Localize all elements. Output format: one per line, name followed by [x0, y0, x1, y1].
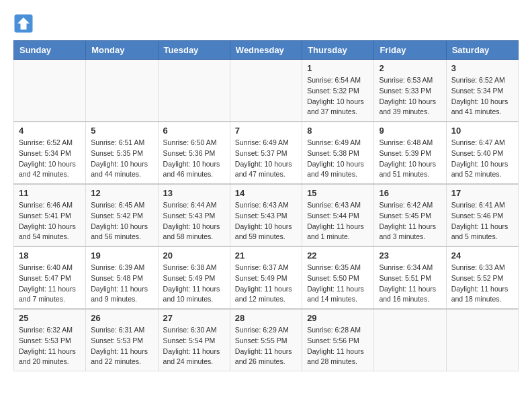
- day-detail: Sunrise: 6:32 AMSunset: 5:53 PMDaylight:…: [19, 325, 81, 367]
- day-number: 2: [379, 63, 441, 73]
- calendar-cell: 7 Sunrise: 6:49 AMSunset: 5:37 PMDayligh…: [230, 122, 302, 184]
- header-day: Saturday: [446, 41, 518, 60]
- header-day: Wednesday: [230, 41, 302, 60]
- day-number: 22: [307, 250, 369, 261]
- calendar-cell: 25 Sunrise: 6:32 AMSunset: 5:53 PMDaylig…: [14, 309, 86, 371]
- calendar-cell: [446, 309, 518, 371]
- day-detail: Sunrise: 6:39 AMSunset: 5:48 PMDaylight:…: [91, 263, 152, 305]
- calendar-cell: [14, 60, 86, 122]
- day-detail: Sunrise: 6:37 AMSunset: 5:49 PMDaylight:…: [235, 263, 297, 305]
- day-number: 21: [235, 250, 297, 261]
- day-detail: Sunrise: 6:35 AMSunset: 5:50 PMDaylight:…: [307, 263, 369, 305]
- day-number: 4: [19, 126, 81, 136]
- day-detail: Sunrise: 6:34 AMSunset: 5:51 PMDaylight:…: [379, 263, 441, 305]
- day-detail: Sunrise: 6:49 AMSunset: 5:37 PMDaylight:…: [235, 138, 297, 180]
- day-detail: Sunrise: 6:45 AMSunset: 5:42 PMDaylight:…: [91, 200, 152, 242]
- calendar-cell: 2 Sunrise: 6:53 AMSunset: 5:33 PMDayligh…: [374, 60, 446, 122]
- calendar-cell: 17 Sunrise: 6:41 AMSunset: 5:46 PMDaylig…: [446, 184, 518, 246]
- calendar-week-row: 25 Sunrise: 6:32 AMSunset: 5:53 PMDaylig…: [14, 309, 519, 371]
- day-number: 29: [307, 313, 369, 323]
- day-number: 27: [163, 313, 225, 323]
- calendar-cell: 6 Sunrise: 6:50 AMSunset: 5:36 PMDayligh…: [158, 122, 230, 184]
- logo: [13, 13, 36, 34]
- header-day: Friday: [374, 41, 446, 60]
- day-number: 11: [19, 188, 81, 198]
- calendar-table: SundayMondayTuesdayWednesdayThursdayFrid…: [13, 40, 519, 371]
- calendar-cell: 13 Sunrise: 6:44 AMSunset: 5:43 PMDaylig…: [158, 184, 230, 246]
- day-number: 24: [451, 250, 513, 261]
- calendar-week-row: 18 Sunrise: 6:40 AMSunset: 5:47 PMDaylig…: [14, 246, 519, 309]
- calendar-cell: 23 Sunrise: 6:34 AMSunset: 5:51 PMDaylig…: [374, 246, 446, 309]
- day-detail: Sunrise: 6:49 AMSunset: 5:38 PMDaylight:…: [307, 138, 369, 180]
- day-detail: Sunrise: 6:43 AMSunset: 5:44 PMDaylight:…: [307, 200, 369, 242]
- day-number: 26: [91, 313, 152, 323]
- day-number: 23: [379, 250, 441, 261]
- day-detail: Sunrise: 6:38 AMSunset: 5:49 PMDaylight:…: [163, 263, 225, 305]
- calendar-cell: [230, 60, 302, 122]
- day-number: 15: [307, 188, 369, 198]
- day-detail: Sunrise: 6:53 AMSunset: 5:33 PMDaylight:…: [379, 75, 441, 118]
- day-number: 13: [163, 188, 225, 198]
- calendar-cell: 3 Sunrise: 6:52 AMSunset: 5:34 PMDayligh…: [446, 60, 518, 122]
- calendar-week-row: 1 Sunrise: 6:54 AMSunset: 5:32 PMDayligh…: [14, 60, 519, 122]
- day-detail: Sunrise: 6:47 AMSunset: 5:40 PMDaylight:…: [451, 138, 513, 180]
- calendar-cell: 16 Sunrise: 6:42 AMSunset: 5:45 PMDaylig…: [374, 184, 446, 246]
- calendar-cell: 26 Sunrise: 6:31 AMSunset: 5:53 PMDaylig…: [86, 309, 158, 371]
- day-number: 20: [163, 250, 225, 261]
- day-detail: Sunrise: 6:30 AMSunset: 5:54 PMDaylight:…: [163, 325, 225, 367]
- calendar-header: SundayMondayTuesdayWednesdayThursdayFrid…: [14, 41, 519, 60]
- day-number: 18: [19, 250, 81, 261]
- day-number: 6: [163, 126, 225, 136]
- calendar-cell: 11 Sunrise: 6:46 AMSunset: 5:41 PMDaylig…: [14, 184, 86, 246]
- day-number: 8: [307, 126, 369, 136]
- day-detail: Sunrise: 6:51 AMSunset: 5:35 PMDaylight:…: [91, 138, 152, 180]
- day-detail: Sunrise: 6:31 AMSunset: 5:53 PMDaylight:…: [91, 325, 152, 367]
- calendar-body: 1 Sunrise: 6:54 AMSunset: 5:32 PMDayligh…: [14, 60, 519, 371]
- day-number: 28: [235, 313, 297, 323]
- day-number: 5: [91, 126, 152, 136]
- day-detail: Sunrise: 6:40 AMSunset: 5:47 PMDaylight:…: [19, 263, 81, 305]
- day-detail: Sunrise: 6:54 AMSunset: 5:32 PMDaylight:…: [307, 75, 369, 118]
- calendar-cell: 8 Sunrise: 6:49 AMSunset: 5:38 PMDayligh…: [302, 122, 374, 184]
- day-number: 25: [19, 313, 81, 323]
- day-number: 9: [379, 126, 441, 136]
- calendar-cell: 14 Sunrise: 6:43 AMSunset: 5:43 PMDaylig…: [230, 184, 302, 246]
- day-detail: Sunrise: 6:50 AMSunset: 5:36 PMDaylight:…: [163, 138, 225, 180]
- day-number: 3: [451, 63, 513, 73]
- day-detail: Sunrise: 6:43 AMSunset: 5:43 PMDaylight:…: [235, 200, 297, 242]
- calendar-cell: [374, 309, 446, 371]
- day-detail: Sunrise: 6:52 AMSunset: 5:34 PMDaylight:…: [19, 138, 81, 180]
- calendar-cell: 24 Sunrise: 6:33 AMSunset: 5:52 PMDaylig…: [446, 246, 518, 309]
- day-detail: Sunrise: 6:29 AMSunset: 5:55 PMDaylight:…: [235, 325, 297, 367]
- day-number: 10: [451, 126, 513, 136]
- day-number: 17: [451, 188, 513, 198]
- calendar-cell: [158, 60, 230, 122]
- calendar-cell: 12 Sunrise: 6:45 AMSunset: 5:42 PMDaylig…: [86, 184, 158, 246]
- day-number: 14: [235, 188, 297, 198]
- day-number: 19: [91, 250, 152, 261]
- day-detail: Sunrise: 6:48 AMSunset: 5:39 PMDaylight:…: [379, 138, 441, 180]
- calendar-cell: 19 Sunrise: 6:39 AMSunset: 5:48 PMDaylig…: [86, 246, 158, 309]
- calendar-cell: 4 Sunrise: 6:52 AMSunset: 5:34 PMDayligh…: [14, 122, 86, 184]
- calendar-cell: 28 Sunrise: 6:29 AMSunset: 5:55 PMDaylig…: [230, 309, 302, 371]
- header-day: Thursday: [302, 41, 374, 60]
- calendar-cell: 27 Sunrise: 6:30 AMSunset: 5:54 PMDaylig…: [158, 309, 230, 371]
- day-detail: Sunrise: 6:52 AMSunset: 5:34 PMDaylight:…: [451, 75, 513, 118]
- day-number: 7: [235, 126, 297, 136]
- day-detail: Sunrise: 6:28 AMSunset: 5:56 PMDaylight:…: [307, 325, 369, 367]
- day-detail: Sunrise: 6:46 AMSunset: 5:41 PMDaylight:…: [19, 200, 81, 242]
- header-row: SundayMondayTuesdayWednesdayThursdayFrid…: [14, 41, 519, 60]
- calendar-week-row: 4 Sunrise: 6:52 AMSunset: 5:34 PMDayligh…: [14, 122, 519, 184]
- logo-icon: [13, 13, 34, 34]
- day-detail: Sunrise: 6:33 AMSunset: 5:52 PMDaylight:…: [451, 263, 513, 305]
- header-day: Sunday: [14, 41, 86, 60]
- header-day: Monday: [86, 41, 158, 60]
- calendar-cell: 10 Sunrise: 6:47 AMSunset: 5:40 PMDaylig…: [446, 122, 518, 184]
- day-detail: Sunrise: 6:41 AMSunset: 5:46 PMDaylight:…: [451, 200, 513, 242]
- calendar-cell: 1 Sunrise: 6:54 AMSunset: 5:32 PMDayligh…: [302, 60, 374, 122]
- calendar-cell: 5 Sunrise: 6:51 AMSunset: 5:35 PMDayligh…: [86, 122, 158, 184]
- calendar-cell: 18 Sunrise: 6:40 AMSunset: 5:47 PMDaylig…: [14, 246, 86, 309]
- calendar-week-row: 11 Sunrise: 6:46 AMSunset: 5:41 PMDaylig…: [14, 184, 519, 246]
- calendar-cell: 29 Sunrise: 6:28 AMSunset: 5:56 PMDaylig…: [302, 309, 374, 371]
- calendar-cell: 20 Sunrise: 6:38 AMSunset: 5:49 PMDaylig…: [158, 246, 230, 309]
